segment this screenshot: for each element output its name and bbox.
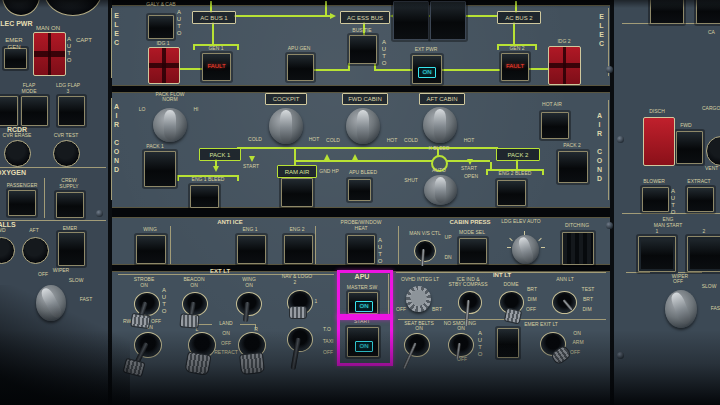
divider (0, 167, 106, 168)
eng-1-bleed-button[interactable] (190, 185, 219, 208)
ram-air-box: RAM AIR (277, 165, 317, 178)
bleed-line (237, 147, 498, 149)
ditching-guard[interactable] (562, 232, 594, 265)
apu-gen-button[interactable] (287, 54, 314, 81)
beacon-grip[interactable] (179, 313, 199, 329)
divider (626, 272, 650, 273)
pack-1-button[interactable] (144, 151, 176, 187)
nav-logo-grip[interactable] (289, 306, 307, 319)
calls-aft-button[interactable] (22, 237, 49, 264)
land-r-grip[interactable] (239, 352, 265, 375)
x-bleed-knob[interactable] (424, 175, 457, 205)
flap-mode-label: FLAP MODE (16, 83, 42, 95)
probe-window-heat-button[interactable] (347, 235, 375, 264)
int-lt-title: INT LT (484, 272, 520, 279)
cabin-press-title: CABIN PRESS (440, 219, 500, 226)
cockpit-temp-knob[interactable] (269, 108, 303, 144)
apu-bleed-label: APU BLEED (342, 170, 384, 176)
flow-line (234, 15, 330, 17)
ext-pwr-button[interactable]: ON (412, 55, 442, 84)
aft-cabin-temp-knob[interactable] (423, 107, 457, 143)
right-top-button-1[interactable] (650, 0, 684, 24)
knob-tick (524, 231, 525, 235)
emer-exit-on: ON (568, 331, 586, 337)
cvr-erase-label: CVR ERASE (0, 133, 36, 139)
bus-tie-button[interactable] (349, 35, 377, 64)
land-off: OFF (215, 341, 237, 347)
idg-2-label: IDG 2 (549, 39, 579, 45)
nose-to-label: T.O (318, 327, 336, 333)
auto-vertical: AUTO (66, 36, 72, 64)
eng-1-anti-ice-button[interactable] (237, 235, 266, 264)
eng-2-man-start-button[interactable] (687, 236, 720, 272)
passenger-button[interactable] (8, 190, 36, 216)
no-smoking-on: ON (448, 326, 474, 332)
left-panel: CAPT ELEC PWR MAN ON AUTO EMER GEN FLAP … (0, 0, 108, 405)
wiper-right-knob[interactable] (665, 290, 697, 328)
stby-compass-label: STBY COMPASS (444, 282, 492, 288)
calls-emer-button[interactable] (58, 232, 85, 266)
probe-heat-title: HEAT (330, 226, 392, 232)
flow-line (325, 1, 327, 16)
ldg-elev-knob[interactable] (512, 235, 539, 264)
passenger-label: PASSENGER (2, 183, 42, 189)
land-l-grip[interactable] (184, 351, 211, 376)
mode-sel-button[interactable] (459, 238, 487, 264)
top-knob-left[interactable] (2, 0, 40, 16)
apu-bleed-button[interactable] (348, 179, 371, 201)
ice-ind-switch[interactable] (458, 291, 482, 314)
ovhd-integ-off: OFF (392, 307, 410, 313)
idg-1-guard[interactable] (148, 47, 180, 84)
cvr-test-button[interactable] (53, 140, 80, 167)
blank-button[interactable] (497, 328, 519, 358)
fwd-cabin-temp-knob[interactable] (346, 108, 380, 144)
calls-fwd-button[interactable] (0, 237, 15, 264)
man-vs-ctl-switch[interactable] (414, 240, 436, 262)
top-center-button-1[interactable] (393, 1, 429, 40)
flap-button-2[interactable] (21, 96, 48, 126)
extract-button[interactable] (687, 187, 714, 212)
blower-button[interactable] (642, 187, 669, 212)
cargo-fwd-button[interactable] (676, 131, 703, 164)
x-bleed-label: X BLEED (422, 146, 456, 152)
land-on: ON (216, 331, 236, 337)
mode-sel-label: MODE SEL (454, 230, 490, 236)
man-on-guard[interactable] (33, 32, 66, 76)
pack-flow-knob[interactable] (153, 108, 187, 142)
top-knob-right[interactable] (44, 0, 102, 16)
no-smoking-switch[interactable] (448, 333, 474, 357)
divider (398, 226, 399, 264)
top-center-button-2[interactable] (430, 1, 466, 40)
eng-2-anti-ice-button[interactable] (284, 235, 313, 264)
disch-guard[interactable] (643, 117, 675, 166)
strobe-auto: AUTO (161, 287, 167, 315)
right-top-button-2[interactable] (696, 0, 720, 24)
emer-gen-button[interactable] (4, 48, 27, 69)
cvr-erase-button[interactable] (4, 140, 31, 167)
pack-2-button[interactable] (558, 151, 588, 183)
dome-dim: DIM (523, 297, 541, 303)
wiper-knob[interactable] (36, 285, 66, 321)
galy-cab-button[interactable] (148, 15, 174, 39)
eng-1-man-start-button[interactable] (638, 236, 676, 272)
ram-air-button[interactable] (281, 178, 313, 207)
cockpit-temp-label: COCKPIT (265, 93, 307, 105)
fwd-cabin-temp-label: FWD CABIN (342, 93, 388, 105)
gen-1-button[interactable]: FAULT (202, 53, 231, 81)
flap-button-1[interactable] (0, 96, 18, 126)
ditching-label: DITCHING (558, 223, 596, 229)
flap-button-3[interactable] (58, 96, 85, 126)
dome-grip[interactable] (504, 307, 523, 324)
eng-2-bleed-button[interactable] (497, 180, 526, 206)
wiper-right-slow: SLOW (696, 284, 720, 290)
gen-2-button[interactable]: FAULT (501, 53, 529, 81)
idg-2-guard[interactable] (548, 46, 581, 85)
wing-anti-ice-button[interactable] (136, 235, 166, 264)
crew-supply-button[interactable] (56, 192, 84, 218)
strobe-grip[interactable] (130, 313, 151, 330)
edge-line (111, 8, 112, 78)
pack-1-button-label: PACK 1 (138, 144, 172, 150)
hot-air-button[interactable] (541, 112, 569, 139)
man-vs-up: UP (440, 235, 456, 241)
anti-ice-title: ANTI ICE (205, 219, 255, 226)
